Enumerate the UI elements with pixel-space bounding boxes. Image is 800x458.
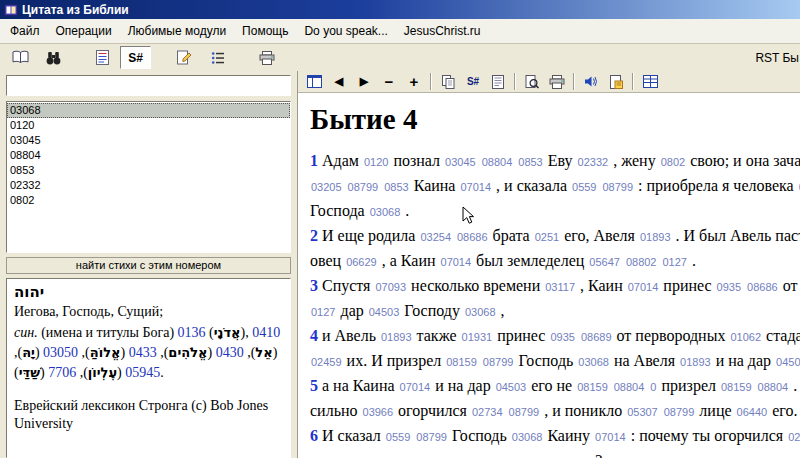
document-tab-label[interactable]: RST Бы — [755, 51, 800, 65]
menu-item[interactable]: Любимые модули — [120, 21, 234, 41]
strong-number[interactable]: 08799 — [508, 406, 541, 418]
strong-number[interactable]: 04503 — [368, 306, 401, 318]
strong-number[interactable]: 05647 — [588, 256, 621, 268]
strong-number[interactable]: 0120 — [363, 156, 389, 168]
strong-number[interactable]: 0853 — [517, 156, 543, 168]
strongs-toggle-button[interactable]: S# — [461, 71, 485, 92]
strong-number[interactable]: 02734 — [787, 431, 800, 443]
strongs-link[interactable]: 0433 — [129, 345, 157, 360]
modules-list-button[interactable] — [202, 46, 233, 69]
plain-text-button[interactable] — [486, 71, 510, 92]
strong-number[interactable]: 03068 — [511, 431, 544, 443]
tile-windows-button[interactable] — [302, 71, 326, 92]
verse-number[interactable]: 3 — [310, 277, 318, 294]
strong-number[interactable]: 08799 — [415, 431, 448, 443]
strong-number[interactable]: 0935 — [549, 331, 575, 343]
bookmarks-button[interactable] — [87, 46, 118, 69]
menu-item[interactable]: JesusChrist.ru — [396, 21, 489, 41]
parallel-view-button[interactable] — [638, 71, 662, 92]
strong-number[interactable]: 02734 — [471, 406, 504, 418]
strong-number[interactable]: 08799 — [602, 181, 635, 193]
strong-number[interactable]: 08686 — [456, 231, 489, 243]
strong-number[interactable]: 04503 — [495, 381, 528, 393]
search-button[interactable] — [38, 46, 69, 69]
print-button[interactable] — [545, 71, 569, 92]
strong-number[interactable]: 0 — [649, 381, 657, 393]
strong-number[interactable]: 07014 — [399, 381, 432, 393]
verse-number[interactable]: 6 — [310, 427, 318, 444]
strong-number[interactable]: 07093 — [374, 281, 407, 293]
strong-number[interactable]: 08799 — [663, 406, 696, 418]
verse-number[interactable]: 1 — [310, 152, 318, 169]
strong-number[interactable]: 03205 — [310, 181, 343, 193]
strongs-list-item[interactable]: 0853 — [7, 163, 290, 178]
verse-number[interactable]: 4 — [310, 327, 318, 344]
open-module-button[interactable] — [5, 46, 36, 69]
strongs-link[interactable]: 0410 — [252, 325, 280, 340]
strong-number[interactable]: 02459 — [310, 356, 343, 368]
increase-font-button[interactable]: + — [402, 71, 426, 92]
strongs-list-item[interactable]: 02332 — [7, 178, 290, 193]
forward-button[interactable]: ▶ — [352, 71, 376, 92]
strong-number[interactable]: 01931 — [461, 331, 494, 343]
print-preview-button[interactable] — [520, 71, 544, 92]
strong-number[interactable]: 0127 — [661, 256, 687, 268]
copy-button[interactable] — [436, 71, 460, 92]
strongs-tab-button[interactable]: S# — [120, 46, 151, 69]
strong-number[interactable]: 03068 — [577, 356, 610, 368]
strong-number[interactable]: 08799 — [482, 356, 515, 368]
strong-number[interactable]: 07014 — [594, 431, 627, 443]
decrease-font-button[interactable]: − — [377, 71, 401, 92]
strongs-link[interactable]: 05945 — [125, 365, 160, 380]
strongs-list-item[interactable]: 0120 — [7, 118, 290, 133]
strong-number[interactable]: 08686 — [746, 281, 779, 293]
menu-item[interactable]: Файл — [2, 21, 48, 41]
strong-number[interactable]: 01062 — [729, 331, 762, 343]
menu-item[interactable]: Операции — [48, 21, 120, 41]
strongs-list-item[interactable]: 0802 — [7, 193, 290, 208]
strong-number[interactable]: 08159 — [445, 356, 478, 368]
strongs-link[interactable]: 7706 — [48, 365, 76, 380]
strong-number[interactable]: 06440 — [736, 406, 769, 418]
strong-number[interactable]: 08802 — [625, 256, 658, 268]
strong-number[interactable]: 02332 — [577, 156, 610, 168]
verse-number[interactable]: 2 — [310, 227, 318, 244]
strong-number[interactable]: 01893 — [380, 331, 413, 343]
title-bar[interactable]: Цитата из Библии — [0, 0, 800, 19]
strongs-number-list[interactable]: 03068012003045088040853023320802 — [6, 101, 291, 253]
menu-item[interactable]: Do you speak... — [296, 21, 395, 41]
strong-number[interactable]: 04503 — [775, 356, 800, 368]
strong-number[interactable]: 07014 — [440, 256, 473, 268]
strong-number[interactable]: 07014 — [627, 281, 660, 293]
strong-number[interactable]: 0559 — [385, 431, 411, 443]
strong-number[interactable]: 08159 — [576, 381, 609, 393]
strong-number[interactable]: 01893 — [639, 231, 672, 243]
find-verses-button[interactable]: найти стихи с этим номером — [6, 257, 291, 274]
strong-number[interactable]: 06629 — [345, 256, 378, 268]
strong-number[interactable]: 08159 — [720, 381, 753, 393]
strongs-search-input[interactable] — [6, 75, 291, 96]
strong-number[interactable]: 05307 — [626, 406, 659, 418]
print-module-button[interactable] — [251, 46, 282, 69]
strongs-list-item[interactable]: 03045 — [7, 133, 290, 148]
back-button[interactable]: ◀ — [327, 71, 351, 92]
strong-number[interactable]: 0559 — [571, 181, 597, 193]
strong-number[interactable]: 03068 — [369, 206, 402, 218]
strong-number[interactable]: 0935 — [716, 281, 742, 293]
strong-number[interactable]: 0853 — [383, 181, 409, 193]
strong-number[interactable]: 03068 — [464, 306, 497, 318]
strongs-list-item[interactable]: 08804 — [7, 148, 290, 163]
edit-notes-button[interactable] — [169, 46, 200, 69]
strong-number[interactable]: 03254 — [419, 231, 452, 243]
strong-number[interactable]: 08799 — [347, 181, 380, 193]
strong-number[interactable]: 0802 — [660, 156, 686, 168]
strong-number[interactable]: 0127 — [310, 306, 336, 318]
properties-button[interactable] — [604, 71, 628, 92]
speak-button[interactable] — [579, 71, 603, 92]
strongs-link[interactable]: 03050 — [43, 345, 78, 360]
verse-number[interactable]: 5 — [310, 377, 318, 394]
strong-number[interactable]: 03045 — [444, 156, 477, 168]
strong-number[interactable]: 03966 — [362, 406, 395, 418]
strong-number[interactable]: 03117 — [544, 281, 576, 293]
strongs-link[interactable]: 0430 — [216, 345, 244, 360]
